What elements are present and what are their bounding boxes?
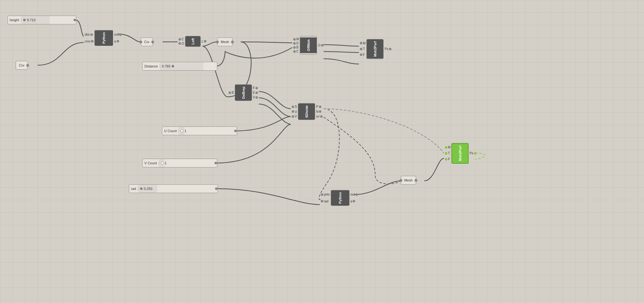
crv-in	[139, 41, 142, 43]
debrep-f-port: F	[252, 86, 259, 90]
python-node-2[interactable]: pnts rad Python out a	[320, 190, 359, 206]
mesh1-out	[231, 41, 234, 43]
rad-value: 0.250	[144, 187, 153, 191]
msh2psrf2-label: Msh2Psrf	[452, 144, 468, 163]
msh2psrf1-f-port: F	[359, 53, 366, 57]
mesh1-in	[216, 41, 219, 43]
loft-label: Loft	[185, 36, 200, 47]
sdivide-node[interactable]: S U V SDivide P N uv	[291, 103, 324, 120]
height-value: 9.710	[27, 18, 36, 22]
mesh2-in	[400, 179, 402, 182]
msh2psrf1-t-port: T	[359, 47, 366, 51]
debrep-label: DeBrep	[235, 85, 252, 101]
debrep-b-port: B	[228, 91, 235, 95]
sdivide-u-port: U	[291, 110, 298, 114]
height-track[interactable]: 9.710	[21, 16, 73, 24]
u-count-slider[interactable]: U Count 1	[162, 127, 237, 135]
u-count-track[interactable]: 1	[179, 127, 234, 135]
sdivide-n-port: N	[315, 110, 324, 114]
sdivide-p-port: P	[315, 105, 324, 109]
crv-simple-node[interactable]: Crv	[16, 61, 28, 70]
debrep-e-port: E	[252, 91, 259, 95]
python2-a-port: a	[350, 199, 359, 203]
python2-label: Python	[331, 190, 349, 206]
u-count-value: 1	[184, 129, 186, 133]
offmsh-node[interactable]: M D B C OffMsh O	[292, 36, 325, 55]
rad-slider[interactable]: rad 0.250	[129, 184, 218, 193]
distance-slider[interactable]: Distance 0.765	[142, 62, 217, 71]
python1-dist-port: dist	[84, 32, 94, 37]
python2-pnts-port: pnts	[320, 192, 331, 196]
u-count-label: U Count	[162, 129, 179, 133]
crv-out	[151, 41, 154, 43]
mesh1-label: Mesh	[221, 40, 229, 44]
rad-label: rad	[129, 187, 138, 191]
rad-out	[215, 187, 218, 190]
debrep-node[interactable]: B DeBrep F E V	[228, 84, 259, 101]
crv-node[interactable]: Crv	[141, 37, 153, 46]
distance-track[interactable]: 0.765	[160, 62, 217, 70]
msh2psrf1-label: Msh2Psrf	[367, 39, 383, 59]
sdivide-label: SDivide	[298, 103, 315, 120]
sdivide-v-port: V	[291, 114, 298, 118]
python2-rad-port: rad	[320, 199, 331, 203]
python2-out-port: out	[350, 192, 359, 196]
height-slider[interactable]: height 9.710	[8, 16, 76, 24]
mesh2-label: Mesh	[404, 178, 413, 182]
v-count-track[interactable]: 1	[159, 159, 214, 167]
python1-crvs-port: crvs	[84, 39, 94, 43]
python1-a-port: a	[113, 39, 123, 43]
loft-node[interactable]: C O Loft L	[178, 36, 207, 47]
python1-out-port: out	[113, 32, 123, 37]
debrep-v-port: V	[252, 95, 259, 99]
msh2psrf2-ps-port: Ps	[469, 151, 477, 155]
crv-label: Crv	[144, 40, 149, 44]
offmsh-c-port: C	[292, 49, 300, 53]
msh2psrf2-t-port: T	[444, 151, 451, 155]
msh2psrf2-m-port: M	[444, 145, 451, 149]
v-count-slider[interactable]: V Count 1	[142, 159, 217, 167]
python-node-1[interactable]: dist crvs Python out a	[84, 30, 123, 46]
height-out-port	[73, 19, 76, 21]
crv-simple-label: Crv	[19, 63, 24, 67]
sdivide-uv-port: uv	[315, 114, 324, 118]
mesh-node-1[interactable]: Mesh	[217, 37, 233, 46]
u-count-out	[234, 130, 237, 132]
loft-c-port: C	[178, 37, 185, 41]
offmsh-b-port: B	[292, 45, 300, 49]
mesh-node-2[interactable]: Mesh	[401, 176, 416, 185]
msh2psrf2-f-port: F	[444, 157, 451, 161]
v-count-value: 1	[165, 161, 167, 165]
offmsh-o-port: O	[317, 43, 325, 47]
msh2psrf-node-2[interactable]: M T F Msh2Psrf Ps	[444, 143, 477, 164]
sdivide-s-port: S	[291, 105, 298, 109]
offmsh-d-port: D	[292, 41, 300, 45]
offmsh-label: OffMsh	[300, 37, 317, 53]
distance-value: 0.765	[162, 64, 171, 68]
crv-simple-out	[26, 64, 29, 67]
msh2psrf1-m-port: M	[359, 41, 366, 45]
offmsh-m-port: M	[292, 37, 300, 41]
v-count-out	[214, 162, 217, 164]
rad-track[interactable]: 0.250	[138, 185, 214, 193]
python1-label: Python	[95, 30, 113, 46]
mesh2-out	[415, 179, 417, 182]
msh2psrf-node-1[interactable]: M T F Msh2Psrf Ps	[359, 39, 392, 59]
loft-l-port: L	[201, 39, 208, 43]
loft-o-port: O	[178, 42, 185, 46]
distance-label: Distance	[143, 64, 160, 68]
msh2psrf1-ps-port: Ps	[384, 47, 392, 51]
v-count-label: V Count	[143, 161, 159, 165]
height-label: height	[8, 18, 21, 22]
